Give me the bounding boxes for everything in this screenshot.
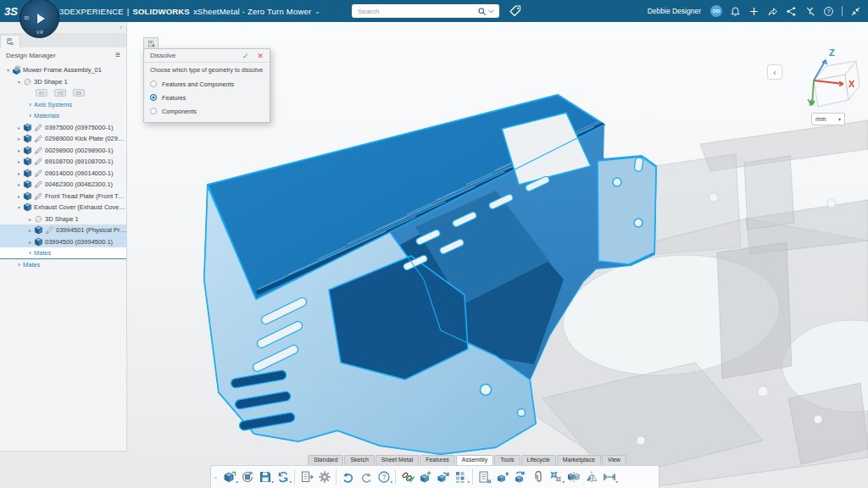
tree-item-label[interactable]: 03994500 (03994500.1)	[45, 238, 113, 246]
dialog-close-icon[interactable]: ✕	[257, 52, 264, 60]
mate-icon[interactable]	[565, 469, 582, 486]
search-bar[interactable]	[352, 4, 499, 18]
panel-collapse-chevron[interactable]: ‹	[120, 24, 122, 31]
update-sync-icon[interactable]: ▪	[274, 469, 292, 486]
radio-button[interactable]	[150, 108, 157, 114]
panel-menu-icon[interactable]: ≡	[115, 52, 120, 58]
tab-design-manager[interactable]	[0, 35, 20, 47]
tree-row[interactable]: › Mates	[0, 247, 126, 259]
structure-list-icon[interactable]	[476, 469, 493, 486]
tree-row[interactable]: ▸ 03994501 (Physical Produc...	[0, 225, 126, 236]
tree-row[interactable]: › Materials	[0, 110, 126, 122]
verify-links-icon[interactable]	[398, 469, 416, 486]
radio-option[interactable]: Components	[150, 104, 264, 118]
tree-chevron-icon[interactable]: ›	[26, 101, 34, 108]
tree-row[interactable]: ▾ Exhaust Cover (Exhaust Cover.1)	[0, 202, 126, 214]
ribbon-tab[interactable]: Sketch	[344, 455, 374, 465]
tree-item-label[interactable]: 03975000 (03975000-1)	[45, 124, 114, 131]
units-dropdown[interactable]: mm ▾	[811, 113, 845, 125]
collaborate-network-icon[interactable]	[786, 6, 797, 17]
tree-chevron-icon[interactable]: ▾	[15, 204, 23, 210]
tree-row[interactable]: ▸ Front Tread Plate (Front Tread ...	[0, 191, 126, 202]
tree-row[interactable]: ▸ 03975000 (03975000-1)	[0, 122, 126, 134]
ribbon-tab[interactable]: Lifecycle	[521, 455, 556, 465]
dropdown-dot[interactable]: ▪	[468, 480, 470, 484]
tree-chevron-icon[interactable]: ›	[26, 112, 34, 119]
tree-chevron-icon[interactable]: ▸	[15, 125, 23, 130]
search-chevron-icon[interactable]	[487, 7, 496, 16]
tree-item-label[interactable]: Mates	[23, 261, 40, 269]
replace-component-icon[interactable]	[434, 469, 452, 486]
tree-item-label[interactable]: 3D Shape 1	[34, 78, 68, 86]
tree-item-label[interactable]: Axis Systems	[34, 101, 72, 108]
ribbon-tab[interactable]: Marketplace	[557, 455, 601, 465]
add-content-icon[interactable]	[748, 6, 760, 17]
tree-row[interactable]: ▸ 3D Shape 1	[0, 214, 126, 225]
tree-chevron-icon[interactable]: ▸	[15, 193, 23, 199]
tree-chevron-icon[interactable]: ▸	[26, 227, 34, 233]
dialog-ok-icon[interactable]: ✓	[242, 52, 249, 60]
tree-item-label[interactable]: Front Tread Plate (Front Tread ...	[45, 192, 126, 200]
ribbon-tab[interactable]: Features	[420, 455, 455, 465]
app-menu-chevron-icon[interactable]: ⌄	[314, 8, 320, 15]
tree-row[interactable]: ▸ 00462300 (00462300.1)	[0, 179, 126, 191]
tree-chevron-icon[interactable]: ▸	[15, 181, 23, 187]
tree-item-label[interactable]: Mower Frame Assembly_01	[23, 66, 102, 74]
avatar[interactable]: DD	[710, 5, 722, 17]
search-icon[interactable]	[477, 7, 487, 16]
mirror-icon[interactable]	[582, 469, 600, 486]
dialog-tab[interactable]	[143, 37, 159, 49]
radio-option[interactable]: Features and Components	[150, 77, 264, 91]
help-circle-icon[interactable]	[823, 6, 834, 17]
dialog-header[interactable]: Dissolve ✓ ✕	[144, 49, 270, 63]
tree-chevron-icon[interactable]: ▸	[26, 216, 34, 222]
tree-item-label[interactable]: 03994501 (Physical Produc...	[56, 226, 126, 234]
tree-item-label[interactable]: 00462300 (00462300.1)	[45, 180, 113, 188]
tree-row[interactable]: ▾ 3D Shape 1	[0, 76, 126, 88]
dropdown-dot[interactable]: ▪	[391, 480, 392, 484]
3ds-logo[interactable]: 3S	[0, 5, 22, 18]
radio-option[interactable]: Features	[150, 91, 264, 104]
tree-item-label[interactable]: 09014000 (09014000-1)	[45, 169, 114, 177]
measure-icon[interactable]: ▪	[600, 469, 618, 486]
mechanism-icon[interactable]: ▪	[547, 469, 565, 486]
dropdown-dot[interactable]: ▪	[616, 480, 618, 484]
tree-chevron-icon[interactable]: ▸	[15, 136, 23, 141]
radio-button[interactable]	[150, 80, 157, 87]
tree-row[interactable]: ▸ 03994500 (03994500.1)	[0, 236, 126, 248]
tree-row[interactable]: ▾ Mower Frame Assembly_01	[0, 64, 126, 76]
tree-item-label[interactable]: 3D Shape 1	[45, 215, 79, 223]
ribbon-tab[interactable]: View	[602, 455, 626, 465]
swym-communities-icon[interactable]	[804, 6, 815, 17]
collapse-window-icon[interactable]	[850, 6, 861, 17]
notifications-bell-icon[interactable]	[730, 6, 741, 17]
view-cube[interactable]: Z X Y	[784, 44, 865, 108]
plane-chip[interactable]: XY	[36, 89, 47, 97]
search-input[interactable]	[358, 8, 477, 15]
plane-chip[interactable]: YZ	[54, 89, 66, 97]
dropdown-dot[interactable]: ▪	[290, 480, 292, 484]
tree-chevron-icon[interactable]: ›	[26, 249, 34, 257]
user-name[interactable]: Debbie Designer	[648, 7, 701, 15]
tree-row[interactable]: ▸ 69108700 (69108700-1)	[0, 156, 126, 168]
tree-row[interactable]: ▸ 00298900 (00298900-1)	[0, 145, 126, 157]
tree-chevron-icon[interactable]: ▸	[15, 147, 23, 153]
insert-component-icon[interactable]	[416, 469, 434, 486]
ribbon-tab[interactable]: Standard	[308, 455, 343, 465]
properties-icon[interactable]	[298, 469, 315, 486]
tree-row[interactable]: XY YZ ZX	[0, 87, 126, 99]
pattern-icon[interactable]: ▪	[452, 469, 470, 486]
tree-row[interactable]: ▸ 02989000 Kick Plate (0298900...	[0, 133, 126, 145]
tree-item-label[interactable]: Mates	[34, 249, 51, 257]
move-component-icon[interactable]	[493, 469, 511, 486]
save-icon[interactable]: ▪	[256, 469, 274, 486]
attach-icon[interactable]	[529, 469, 547, 486]
help-icon[interactable]: ▪	[375, 469, 392, 486]
tree-chevron-icon[interactable]: ›	[15, 261, 23, 269]
ribbon-tab[interactable]: Assembly	[456, 455, 493, 465]
settings-gear-icon[interactable]	[315, 469, 333, 486]
tree-chevron-icon[interactable]: ▸	[15, 158, 23, 164]
open-revision-icon[interactable]	[238, 469, 256, 486]
tree-item-label[interactable]: Materials	[34, 112, 59, 119]
rotate-component-icon[interactable]	[511, 469, 529, 486]
